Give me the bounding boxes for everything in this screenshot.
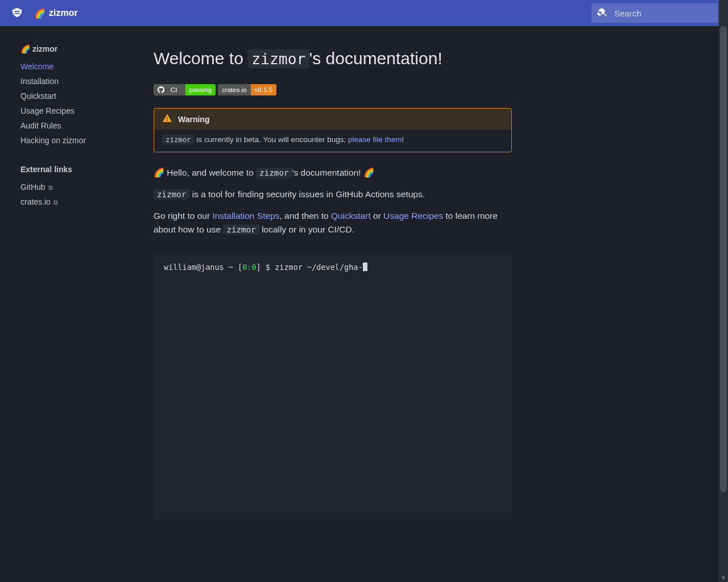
sidebar-nav: Welcome Installation Quickstart Usage Re… xyxy=(20,59,130,148)
warning-file-link[interactable]: please file them xyxy=(348,135,402,144)
intro-paragraph-2: zizmor is a tool for finding security is… xyxy=(154,188,512,201)
scrollbar[interactable]: ▼ xyxy=(719,0,728,582)
header-title[interactable]: 🌈 zizmor xyxy=(34,8,78,19)
warning-icon xyxy=(162,113,172,125)
warning-admonition: Warning zizmor is currently in beta. You… xyxy=(154,108,512,152)
page-title: Welcome to zizmor's documentation! xyxy=(154,49,512,68)
link-quickstart[interactable]: Quickstart xyxy=(331,211,371,221)
sidebar-project-label: 🌈 zizmor xyxy=(20,44,130,53)
scrollbar-down-icon[interactable]: ▼ xyxy=(719,573,728,582)
terminal-demo: william@janus ~ [0:0] $ zizmor ~/devel/g… xyxy=(154,252,512,519)
badge-ci[interactable]: CI passing xyxy=(154,84,216,95)
logo-icon[interactable] xyxy=(10,6,24,20)
sidebar-item-audit-rules[interactable]: Audit Rules xyxy=(20,118,130,133)
main-content: Welcome to zizmor's documentation! CI pa… xyxy=(136,26,546,582)
search-box[interactable] xyxy=(592,3,718,23)
external-link-icon: ⧉ xyxy=(47,184,53,191)
sidebar-external-list: GitHub ⧉ crates.io ⧉ xyxy=(20,180,130,209)
scrollbar-thumb[interactable] xyxy=(720,26,727,492)
link-usage-recipes[interactable]: Usage Recipes xyxy=(383,211,443,221)
search-icon xyxy=(597,7,609,20)
sidebar-item-welcome[interactable]: Welcome xyxy=(20,59,130,74)
header: 🌈 zizmor xyxy=(0,0,728,26)
sidebar-ext-github[interactable]: GitHub ⧉ xyxy=(20,180,130,194)
sidebar-item-hacking[interactable]: Hacking on zizmor xyxy=(20,133,130,148)
sidebar-item-usage-recipes[interactable]: Usage Recipes xyxy=(20,103,130,118)
sidebar: 🌈 zizmor Welcome Installation Quickstart… xyxy=(0,26,136,582)
warning-title: Warning xyxy=(178,115,209,124)
sidebar-external-heading: External links xyxy=(20,165,130,174)
sidebar-item-installation[interactable]: Installation xyxy=(20,74,130,89)
warning-body: zizmor is currently in beta. You will en… xyxy=(154,130,511,152)
cursor-icon xyxy=(363,263,367,271)
search-input[interactable] xyxy=(613,8,712,19)
intro-paragraph-1: 🌈 Hello, and welcome to zizmor's documen… xyxy=(154,166,512,180)
header-title-prefix: 🌈 xyxy=(34,8,46,19)
link-installation-steps[interactable]: Installation Steps xyxy=(212,211,279,221)
sidebar-ext-crates[interactable]: crates.io ⧉ xyxy=(20,194,130,209)
badge-crates[interactable]: crates.io v0.1.5 xyxy=(218,84,276,95)
header-title-text: zizmor xyxy=(49,8,78,18)
external-link-icon: ⧉ xyxy=(52,199,58,206)
warning-header: Warning xyxy=(154,109,511,130)
sidebar-item-quickstart[interactable]: Quickstart xyxy=(20,89,130,103)
github-icon xyxy=(158,86,164,93)
intro-paragraph-3: Go right to our Installation Steps, and … xyxy=(154,209,512,236)
badges-row: CI passing crates.io v0.1.5 xyxy=(154,84,512,95)
